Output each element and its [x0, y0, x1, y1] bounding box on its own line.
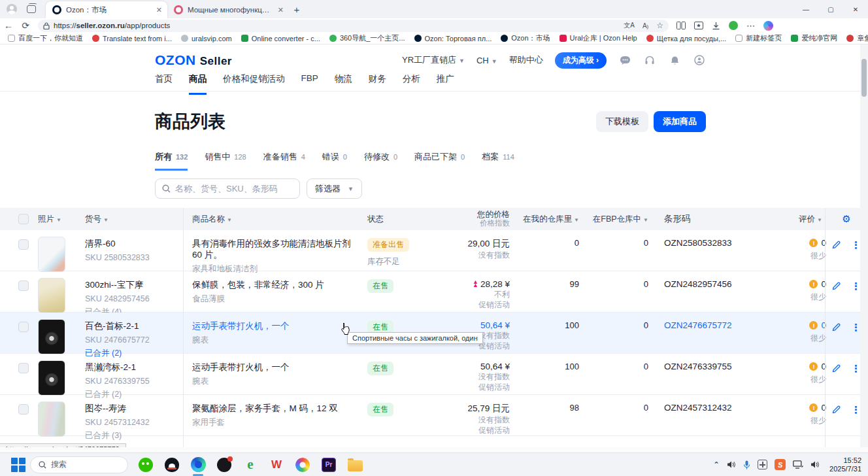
row-checkbox[interactable] [18, 322, 29, 332]
status-tab-档案[interactable]: 档案114 [482, 151, 514, 171]
status-tab-商品已下架[interactable]: 商品已下架0 [414, 151, 465, 171]
table-row[interactable]: 图岑--寿涛SKU 2457312432已合并 (3)聚氨酯涂层，家务手套，M … [0, 395, 860, 436]
nav-item-商品[interactable]: 商品 [189, 73, 207, 95]
col-name[interactable]: 商品名称▼ [183, 214, 367, 225]
edge-browser-icon[interactable] [190, 456, 207, 473]
vertical-scrollbar-thumb[interactable] [861, 59, 867, 97]
premiere-icon[interactable]: Pr [320, 456, 337, 473]
status-tab-错误[interactable]: 错误0 [322, 151, 347, 171]
translate-icon[interactable]: 文A [624, 21, 635, 30]
notification-app-icon[interactable] [216, 456, 233, 473]
product-thumbnail[interactable] [38, 278, 65, 313]
col-sku[interactable]: 货号▼ [85, 214, 183, 225]
bookmark-item[interactable]: 章鱼AI [843, 33, 868, 44]
product-thumbnail[interactable] [38, 237, 65, 272]
extension-icon[interactable] [729, 21, 738, 30]
nav-item-财务[interactable]: 财务 [369, 73, 386, 95]
read-aloud-icon[interactable]: A) [643, 22, 648, 29]
edit-pencil-icon[interactable] [832, 282, 841, 291]
tab-close-icon[interactable]: ✕ [156, 6, 162, 14]
product-name[interactable]: 运动手表带打火机，一个 [192, 362, 367, 373]
table-row[interactable]: 300zhi--宝下摩SKU 2482957456已合并 (4)保鲜膜，包装，非… [0, 271, 860, 313]
edit-pencil-icon[interactable] [832, 364, 841, 373]
select-all-checkbox[interactable] [18, 214, 29, 224]
start-button[interactable] [10, 457, 26, 473]
more-menu-icon[interactable]: ⋯ [746, 21, 755, 31]
minimize-button[interactable]: — [793, 0, 818, 18]
help-center-link[interactable]: 帮助中心 [509, 54, 543, 66]
taskbar-clock[interactable]: 15:52 2025/7/31 [829, 456, 861, 473]
workspaces-button[interactable] [24, 3, 39, 16]
row-menu-icon[interactable]: ⋮ [851, 323, 860, 332]
bookmark-item[interactable]: Щетка для посуды,... [643, 33, 730, 44]
row-checkbox[interactable] [18, 363, 29, 373]
back-button[interactable]: ← [0, 20, 17, 31]
chat-icon[interactable] [618, 54, 631, 67]
browser-tab[interactable]: Ozon：市场✕ [46, 1, 167, 18]
taskbar-search[interactable]: 搜索 [30, 456, 128, 473]
file-explorer-icon[interactable] [346, 456, 363, 473]
ime-tools-icon[interactable] [758, 460, 767, 469]
language-selector[interactable]: CH▼ [476, 56, 497, 65]
notifications-bell-icon[interactable] [668, 54, 681, 67]
support-headset-icon[interactable] [643, 54, 656, 67]
new-tab-button[interactable]: + [289, 1, 305, 17]
table-row[interactable]: 黑濑湾标-2-1SKU 2476339755已合并 (2)运动手表带打火机，一个… [0, 354, 860, 395]
premium-badge[interactable]: 成为高级 › [555, 52, 607, 69]
row-menu-icon[interactable]: ⋮ [851, 282, 860, 291]
col-stock-fbp[interactable]: 在FBP仓库中▼ [586, 214, 655, 225]
qq-icon[interactable] [163, 456, 180, 473]
nav-item-首页[interactable]: 首页 [155, 73, 173, 95]
bookmark-item[interactable]: Ozon：市场 [497, 33, 554, 44]
ie-browser-icon[interactable]: e [242, 456, 259, 473]
status-tab-准备销售[interactable]: 准备销售4 [263, 151, 305, 171]
copilot-icon[interactable] [763, 21, 773, 31]
bookmark-item[interactable]: uralsvip.com [177, 33, 236, 44]
microphone-icon[interactable] [743, 460, 750, 469]
product-name[interactable]: 聚氨酯涂层，家务手套，M 码，12 双 [192, 403, 367, 414]
refresh-button[interactable]: ⟳ [17, 20, 34, 31]
tab-close-icon[interactable]: ✕ [278, 6, 284, 14]
close-button[interactable]: ✕ [843, 0, 868, 18]
tray-expand-chevron-icon[interactable]: ⌃ [713, 460, 720, 469]
favorite-star-icon[interactable]: ☆ [656, 21, 663, 30]
download-template-button[interactable]: 下载模板 [596, 111, 648, 132]
tray-volume-icon[interactable] [810, 460, 820, 469]
add-product-button[interactable]: 添加商品 [654, 111, 706, 132]
wps-icon[interactable]: W [268, 456, 285, 473]
bookmark-item[interactable]: Ozon: Торговая пл... [410, 33, 496, 44]
bookmark-item[interactable]: Ural企库 | Ozon Help [556, 33, 641, 44]
cast-display-icon[interactable] [793, 460, 803, 469]
bookmark-item[interactable]: Online converter - c... [237, 33, 324, 44]
edit-pencil-icon[interactable] [832, 405, 841, 415]
address-bar[interactable]: https://seller.ozon.ru/app/products 文A A… [38, 20, 669, 32]
vertical-scrollbar[interactable] [860, 44, 868, 447]
table-row[interactable]: 清界-60SKU 2580532833具有消毒作用的强效多功能清洁地板片剂 60… [0, 230, 860, 271]
wechat-icon[interactable] [137, 456, 154, 473]
col-photo[interactable]: 照片▼ [38, 214, 85, 225]
row-checkbox[interactable] [18, 280, 29, 291]
nav-item-价格和促销活动[interactable]: 价格和促销活动 [223, 73, 285, 95]
color-wheel-app-icon[interactable] [294, 456, 311, 473]
nav-item-分析[interactable]: 分析 [403, 73, 420, 95]
product-name[interactable]: 具有消毒作用的强效多功能清洁地板片剂 60 片。 [192, 238, 367, 260]
account-icon[interactable] [693, 54, 706, 67]
bookmark-item[interactable]: 新建标签页 [731, 33, 786, 44]
table-settings-gear-icon[interactable]: ⚙ [829, 213, 860, 225]
browser-profile-button[interactable] [4, 3, 20, 16]
product-price[interactable]: 50,64 ¥ [447, 320, 510, 330]
row-menu-icon[interactable]: ⋮ [851, 405, 860, 415]
search-input[interactable]: 名称、货号、SKU、条形码 [155, 178, 300, 199]
product-thumbnail[interactable] [38, 401, 65, 437]
cell-barcode[interactable]: OZN2476675772 [655, 320, 774, 330]
row-menu-icon[interactable]: ⋮ [851, 364, 860, 373]
split-screen-icon[interactable] [676, 22, 686, 29]
row-checkbox[interactable] [18, 239, 29, 250]
edit-pencil-icon[interactable] [832, 241, 841, 250]
downloads-icon[interactable] [712, 22, 720, 30]
product-thumbnail[interactable] [38, 319, 65, 354]
nav-item-物流[interactable]: 物流 [335, 73, 352, 95]
col-rating[interactable]: 评价▼ [774, 214, 829, 225]
bookmark-item[interactable]: 百度一下，你就知道 [4, 33, 87, 44]
col-stock-my[interactable]: 在我的仓库里▼ [516, 214, 586, 225]
